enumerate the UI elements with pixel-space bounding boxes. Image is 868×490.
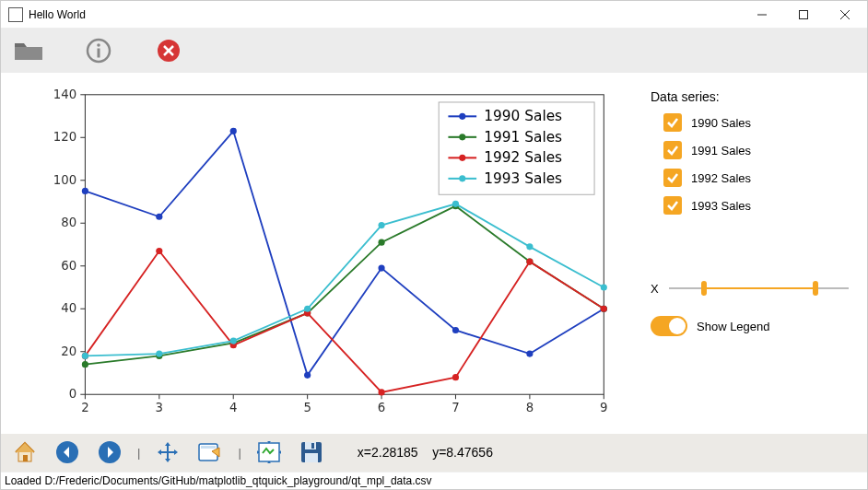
svg-point-64 xyxy=(452,374,459,380)
series-checkbox[interactable] xyxy=(663,141,682,159)
series-label: 1993 Sales xyxy=(691,199,751,213)
nav-pan-button[interactable] xyxy=(153,438,182,467)
svg-point-67 xyxy=(82,353,88,359)
svg-text:100: 100 xyxy=(53,173,76,187)
chart-svg: 020406080100120140234567891990 Sales1991… xyxy=(29,82,632,434)
svg-text:20: 20 xyxy=(61,344,76,358)
forward-icon xyxy=(98,440,122,464)
svg-text:1992 Sales: 1992 Sales xyxy=(484,150,562,167)
svg-text:5: 5 xyxy=(303,401,311,414)
nav-save-button[interactable] xyxy=(297,438,326,467)
svg-text:1991 Sales: 1991 Sales xyxy=(484,129,562,146)
nav-configure-button[interactable] xyxy=(254,438,284,467)
close-data-button[interactable] xyxy=(152,34,185,67)
series-checkbox[interactable] xyxy=(663,196,682,215)
series-label: 1992 Sales xyxy=(691,171,751,185)
svg-point-43 xyxy=(82,188,88,194)
svg-rect-89 xyxy=(23,455,28,461)
series-label: 1990 Sales xyxy=(691,116,751,130)
svg-text:1993 Sales: 1993 Sales xyxy=(484,170,562,187)
svg-text:140: 140 xyxy=(53,88,76,101)
svg-rect-96 xyxy=(305,453,318,462)
svg-point-65 xyxy=(526,259,533,265)
svg-point-48 xyxy=(452,327,459,333)
svg-text:40: 40 xyxy=(61,302,76,316)
series-header: Data series: xyxy=(651,89,849,104)
series-checkbox[interactable] xyxy=(663,169,682,187)
nav-zoom-button[interactable] xyxy=(195,438,225,467)
maximize-button[interactable] xyxy=(782,1,824,28)
home-icon xyxy=(12,439,38,465)
svg-text:60: 60 xyxy=(61,259,76,273)
show-legend-label: Show Legend xyxy=(697,320,770,333)
svg-point-46 xyxy=(304,372,311,379)
status-bar: Loaded D:/Frederic/Documents/GitHub/matp… xyxy=(1,472,867,489)
svg-point-49 xyxy=(526,351,533,357)
info-icon xyxy=(85,37,112,64)
move-icon xyxy=(156,440,180,464)
open-file-button[interactable] xyxy=(12,34,45,67)
series-checkbox[interactable] xyxy=(663,113,682,132)
close-window-button[interactable] xyxy=(824,1,865,28)
svg-text:80: 80 xyxy=(61,216,76,230)
x-range-slider[interactable] xyxy=(669,279,849,298)
svg-point-55 xyxy=(378,239,384,246)
series-checkbox-row: 1993 Sales xyxy=(651,196,849,215)
svg-point-71 xyxy=(378,222,384,228)
svg-point-44 xyxy=(156,214,162,220)
svg-point-60 xyxy=(156,248,162,254)
save-icon xyxy=(299,440,323,464)
content-area: 020406080100120140234567891990 Sales1991… xyxy=(1,73,867,434)
svg-text:3: 3 xyxy=(156,401,163,414)
toolbar-separator: | xyxy=(238,446,240,460)
side-panel: Data series: 1990 Sales1991 Sales1992 Sa… xyxy=(641,73,867,434)
svg-rect-97 xyxy=(311,443,314,449)
svg-point-69 xyxy=(230,338,237,344)
slider-thumb-high[interactable] xyxy=(813,281,818,296)
status-text: Loaded D:/Frederic/Documents/GitHub/matp… xyxy=(5,474,432,487)
svg-point-70 xyxy=(304,306,311,312)
svg-point-66 xyxy=(601,306,607,312)
svg-text:6: 6 xyxy=(378,401,385,414)
slider-thumb-low[interactable] xyxy=(701,281,707,296)
nav-back-button[interactable] xyxy=(53,438,82,467)
svg-point-72 xyxy=(452,201,459,207)
svg-text:120: 120 xyxy=(53,131,76,145)
svg-point-51 xyxy=(82,361,88,368)
app-icon xyxy=(8,7,23,22)
svg-text:1990 Sales: 1990 Sales xyxy=(484,109,562,125)
svg-point-80 xyxy=(459,134,465,141)
zoom-icon xyxy=(197,440,223,464)
window-titlebar: Hello World xyxy=(1,1,867,29)
series-label: 1991 Sales xyxy=(691,144,751,158)
svg-text:0: 0 xyxy=(69,388,76,402)
chart-canvas[interactable]: 020406080100120140234567891990 Sales1991… xyxy=(1,73,641,434)
show-legend-switch[interactable] xyxy=(651,316,687,336)
toolbar-separator: | xyxy=(137,446,140,460)
svg-text:7: 7 xyxy=(452,401,459,414)
series-checkbox-row: 1990 Sales xyxy=(651,113,849,132)
svg-rect-95 xyxy=(305,442,316,449)
info-button[interactable] xyxy=(82,34,115,67)
series-checkbox-row: 1991 Sales xyxy=(651,141,849,159)
close-icon xyxy=(156,38,182,64)
back-icon xyxy=(55,440,79,464)
folder-icon xyxy=(13,38,44,64)
window-title: Hello World xyxy=(29,8,741,21)
minimize-button[interactable] xyxy=(741,1,782,28)
main-toolbar xyxy=(1,29,867,73)
svg-rect-1 xyxy=(799,10,807,18)
svg-point-73 xyxy=(526,244,533,251)
x-range-row: X xyxy=(651,279,849,298)
mpl-toolbar: | | x=2.28185 y=8.47656 xyxy=(1,434,867,472)
svg-point-77 xyxy=(459,113,465,120)
svg-text:2: 2 xyxy=(81,401,88,414)
svg-point-74 xyxy=(601,285,607,291)
nav-forward-button[interactable] xyxy=(95,438,124,467)
svg-point-83 xyxy=(459,155,465,161)
svg-point-63 xyxy=(378,390,384,396)
svg-rect-6 xyxy=(98,49,100,58)
cursor-coords: x=2.28185 y=8.47656 xyxy=(358,445,493,460)
svg-point-5 xyxy=(97,43,100,47)
nav-home-button[interactable] xyxy=(10,438,40,467)
